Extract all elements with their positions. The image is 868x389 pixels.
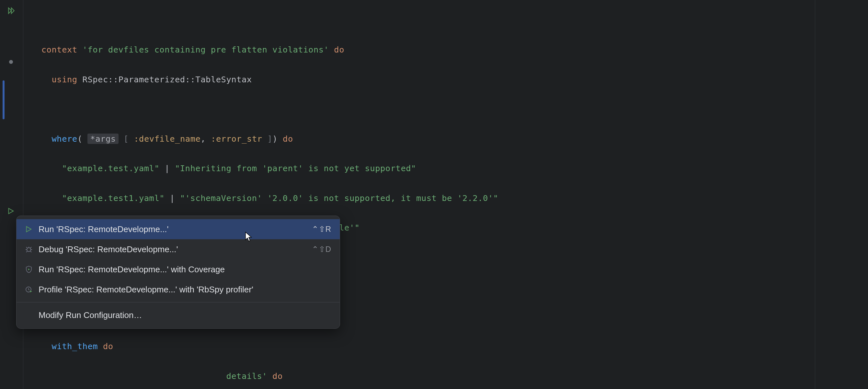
menu-item-run[interactable]: Run 'RSpec: RemoteDevelopme...' ⌃⇧R: [17, 219, 340, 239]
code-area[interactable]: context 'for devfiles containing pre fla…: [23, 0, 868, 389]
code-line[interactable]: "example.test.yaml" | "Inheriting from '…: [23, 163, 868, 174]
code-line[interactable]: details' do: [23, 371, 868, 382]
menu-separator: [17, 302, 340, 302]
change-marker[interactable]: [3, 80, 4, 119]
play-icon: [25, 226, 36, 233]
menu-label: Profile 'RSpec: RemoteDevelopme...' with…: [36, 285, 331, 295]
code-line[interactable]: where( *args [ :devfile_name, :error_str…: [23, 134, 868, 144]
menu-item-coverage[interactable]: Run 'RSpec: RemoteDevelopme...' with Cov…: [17, 259, 340, 279]
code-line[interactable]: with_them do: [23, 341, 868, 352]
shield-play-icon: [25, 266, 36, 273]
svg-point-0: [27, 248, 31, 252]
clock-play-icon: [25, 285, 36, 294]
menu-item-debug[interactable]: Debug 'RSpec: RemoteDevelopme...' ⌃⇧D: [17, 239, 340, 259]
menu-label: Debug 'RSpec: RemoteDevelopme...': [36, 244, 312, 254]
code-line[interactable]: context 'for devfiles containing pre fla…: [23, 45, 868, 55]
menu-label: Modify Run Configuration…: [36, 310, 331, 320]
code-line[interactable]: [23, 104, 868, 114]
code-line[interactable]: "example.test1.yaml" | "'schemaVersion' …: [23, 193, 868, 203]
menu-label: Run 'RSpec: RemoteDevelopme...': [36, 224, 312, 234]
bug-icon: [25, 245, 36, 253]
run-context-menu: Run 'RSpec: RemoteDevelopme...' ⌃⇧R Debu…: [16, 216, 340, 329]
menu-label: Run 'RSpec: RemoteDevelopme...' with Cov…: [36, 265, 331, 275]
code-line[interactable]: using RSpec::Parameterized::TableSyntax: [23, 75, 868, 85]
menu-item-profile[interactable]: Profile 'RSpec: RemoteDevelopme...' with…: [17, 279, 340, 300]
menu-shortcut: ⌃⇧D: [312, 245, 331, 254]
run-all-icon[interactable]: [7, 6, 16, 15]
menu-item-modify[interactable]: Modify Run Configuration…: [17, 305, 340, 325]
menu-shortcut: ⌃⇧R: [312, 225, 331, 234]
breakpoint-dot[interactable]: [9, 60, 13, 64]
inlay-hint: *args: [88, 134, 118, 144]
gutter: [0, 0, 23, 389]
run-test-icon[interactable]: [7, 207, 14, 215]
editor-container: context 'for devfiles containing pre fla…: [0, 0, 868, 389]
